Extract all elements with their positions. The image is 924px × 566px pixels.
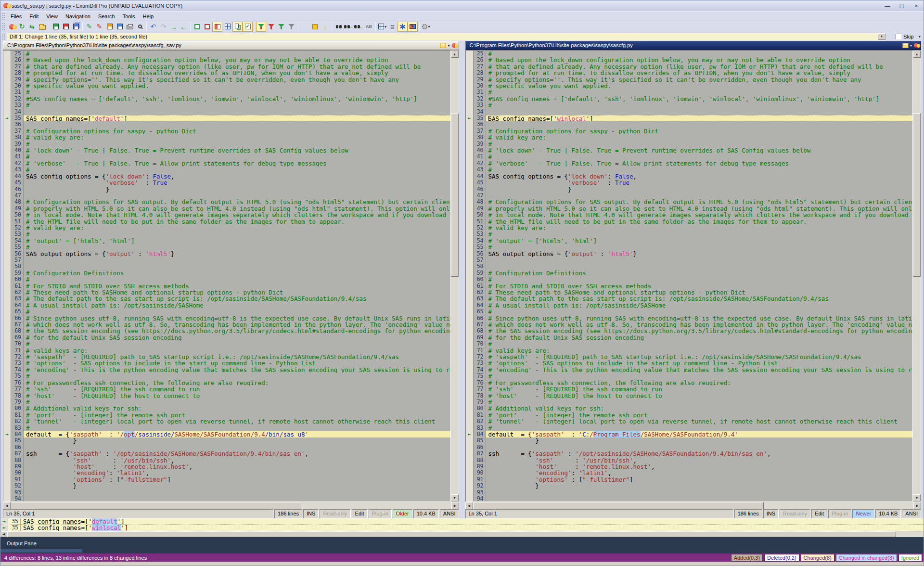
code-line[interactable]: 53# [466,231,913,237]
second-file-dropdown-icon[interactable]: ▾ [910,43,912,48]
replace-button[interactable]: AB [364,22,374,32]
code-line[interactable]: 62# These need path to SASHome and optio… [3,289,450,296]
show-identical-lines-button[interactable] [192,22,202,32]
code-line[interactable]: 57 [3,257,450,263]
code-line[interactable]: 27# that are defined already. Any necess… [466,64,913,70]
diff-combobox-dropdown-icon[interactable]: ▼ [878,33,886,40]
code-line[interactable]: 75# [466,373,913,379]
code-line[interactable]: 87ssh = {'saspath' : '/opt/sasinside/SAS… [3,450,450,457]
code-line[interactable]: ←84default = {'saspath' : 'C:/Program Fi… [466,431,913,437]
inspector-hscroll-thumb[interactable] [7,531,896,537]
code-line[interactable]: 62# These need path to SASHome and optio… [466,289,913,296]
code-line[interactable]: 93 [466,489,913,496]
code-line[interactable]: 25# [466,51,913,57]
code-line[interactable]: 86 [466,444,913,450]
code-line[interactable]: 40# 'lock_down' - True | False. True = P… [3,147,450,154]
code-line[interactable]: 82# 'tunnel' - [integer] local port to o… [466,418,913,424]
first-file-dropdown-icon[interactable]: ▾ [448,43,449,48]
code-line[interactable]: 25# [3,51,450,57]
menu-item-search[interactable]: Search [94,12,119,21]
show-checkboxes-button[interactable]: ✓ [243,22,253,32]
code-line[interactable]: 36 [466,121,913,128]
code-line[interactable]: 38# valid key are: [3,134,450,141]
diff-arrow-right-icon[interactable]: → [3,431,11,437]
scroll-up-icon[interactable]: ▲ [451,51,459,58]
code-line[interactable]: 91 'options' : ["-fullstimer"] [466,476,913,483]
close-button[interactable]: × [909,0,924,11]
code-line[interactable]: 57 [466,257,913,263]
split-screen-view-button[interactable] [212,22,222,32]
code-line[interactable]: 45 'verbose' : True [3,180,450,186]
code-line[interactable]: 47 [466,193,913,199]
code-line[interactable]: 55# [466,244,913,250]
code-line[interactable]: 88 'ssh' : '/usr/bin/ssh', [3,457,450,463]
code-line[interactable]: 83# [466,425,913,431]
find-previous-button[interactable]: ← [354,22,364,32]
code-line[interactable]: 83# [3,425,450,431]
code-line[interactable]: 92 } [466,483,913,489]
dropdown-caret-icon[interactable]: ▾ [428,25,430,29]
diffbar-grip[interactable] [2,33,5,40]
code-line[interactable]: 66# Since python uses utf-8, running SAS… [466,315,913,322]
code-line[interactable]: 31# [466,89,913,95]
skip-checkbox-group[interactable]: Skip [896,34,913,39]
first-file-editor[interactable]: 25#26# Based upon the lock_down configur… [3,50,459,502]
code-line[interactable]: 49# properly with HTML 5.0 so it can als… [3,206,450,212]
code-line[interactable]: 71# valid keys are: [466,347,913,354]
menu-item-edit[interactable]: Edit [26,12,42,21]
line-inspector-button[interactable]: ≡ [387,22,398,32]
output-pane-tab[interactable] [0,549,82,553]
code-line[interactable]: 29# specify options=''. This way it's sp… [466,77,913,83]
code-line[interactable]: 66# Since python uses utf-8, running SAS… [3,315,450,322]
print-button[interactable] [125,22,135,32]
diff-arrow-left-icon[interactable]: ← [466,115,473,121]
code-line[interactable]: 32#SAS_config_names = ['default', 'ssh',… [3,96,450,102]
print-preview-button[interactable] [135,22,145,32]
code-line[interactable]: 32#SAS_config_names = ['default', 'ssh',… [466,96,913,102]
code-line[interactable]: 28# prompted for at run time. To dissall… [466,70,913,76]
code-line[interactable]: 54# 'output' = ['html5', 'html'] [466,238,913,244]
toolbar-grip[interactable] [2,23,5,31]
code-line[interactable]: 46 } [466,186,913,193]
scroll-right-icon[interactable]: ▶ [451,502,459,509]
code-line[interactable]: 65# [3,309,450,315]
code-line[interactable]: 38# valid key are: [466,134,913,141]
code-line[interactable]: 41# [3,154,450,160]
code-line[interactable]: 56SAS_output_options = {'output' : 'html… [466,251,913,257]
save-both-files-button[interactable] [71,22,81,32]
maximize-button[interactable]: ▢ [895,0,909,11]
first-vscroll-thumb[interactable] [451,113,459,277]
code-line[interactable]: 67# which does not work well as utf-8. S… [466,322,913,328]
options-button[interactable]: ▾ [421,22,431,32]
code-line[interactable]: 78# 'host' - [REQUIRED] the host to conn… [3,393,450,399]
code-line[interactable]: 71# valid keys are: [3,347,450,354]
filter-deleted-button[interactable] [266,22,276,32]
code-line[interactable]: 64# A usual install path is: /opt/sasins… [3,302,450,309]
code-line[interactable]: 86 [3,444,450,450]
code-line[interactable]: 44SAS_config_options = {'lock_down': Fal… [466,173,913,180]
code-line[interactable]: 30# specific value you want applied. [3,83,450,89]
save-first-file-button[interactable] [51,22,61,32]
menubar-grip[interactable] [2,13,5,20]
dropdown-caret-icon[interactable]: ▾ [385,25,386,29]
code-line[interactable]: 74# 'encoding' - This is the python enco… [3,367,450,373]
code-line[interactable]: 76# For passwordless ssh connection, the… [3,380,450,386]
menu-item-help[interactable]: Help [139,12,157,21]
synchronize-scrolling-button[interactable] [232,22,243,32]
code-line[interactable]: 34 [466,109,913,115]
code-line[interactable]: 85 } [466,437,913,444]
code-line[interactable]: 67# which does not work well as utf-8. S… [3,322,450,328]
code-line[interactable]: 75# [3,373,450,379]
compare-button[interactable] [7,22,17,32]
code-line[interactable]: 63# The default path to the sas start up… [466,296,913,302]
first-horizontal-scrollbar[interactable]: ◀ ▶ [3,502,459,509]
panes-layout-button[interactable]: ▾ [377,22,387,32]
code-line[interactable]: 79# [466,399,913,405]
code-line[interactable]: 65# [466,309,913,315]
minimize-button[interactable]: — [880,0,895,11]
first-vertical-scrollbar[interactable]: ▲ ▼ [450,51,459,502]
code-line[interactable]: 42# 'verbose' - True | False. True = All… [3,160,450,167]
second-vscroll-thumb[interactable] [913,113,921,277]
filter-search-button[interactable] [286,22,296,32]
filter-added-button[interactable] [276,22,286,32]
